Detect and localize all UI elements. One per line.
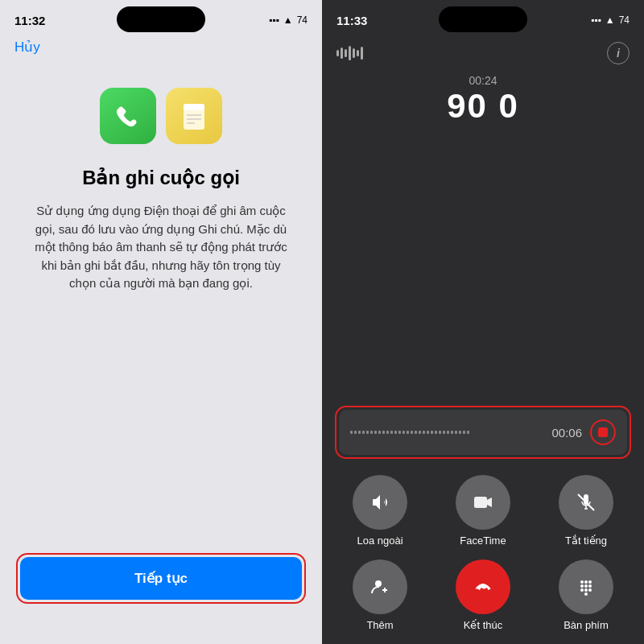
svg-rect-5	[474, 497, 487, 508]
svg-point-15	[584, 588, 588, 592]
notes-svg	[177, 99, 211, 133]
dynamic-island	[117, 6, 205, 32]
phone-svg	[111, 99, 145, 133]
svg-point-16	[588, 588, 592, 592]
facetime-btn-circle	[456, 475, 510, 530]
call-btn-keypad[interactable]: Bàn phím	[541, 559, 631, 631]
left-title: Bản ghi cuộc gọi	[82, 167, 240, 189]
wifi-icon: ▲	[283, 14, 293, 26]
end-label: Kết thúc	[464, 619, 502, 631]
cancel-button[interactable]: Hủy	[14, 39, 40, 56]
notes-app-icon	[166, 88, 222, 144]
left-cancel-bar: Hủy	[0, 35, 322, 64]
waveform-icon	[336, 46, 363, 60]
svg-point-10	[588, 580, 592, 584]
recording-bar-outer: // Generated inline below 00:06	[335, 406, 631, 459]
info-button[interactable]: i	[607, 42, 630, 64]
recording-stop-button[interactable]	[590, 419, 616, 445]
facetime-label: FaceTime	[460, 535, 506, 547]
call-btn-end[interactable]: Kết thúc	[438, 559, 528, 631]
call-btn-speaker[interactable]: Loa ngoài	[335, 475, 425, 547]
call-contact: 90 0	[322, 87, 644, 126]
right-dynamic-island	[439, 6, 527, 32]
add-btn-circle	[353, 559, 407, 614]
keypad-icon	[575, 576, 597, 598]
svg-point-12	[584, 584, 588, 588]
call-btn-facetime[interactable]: FaceTime	[438, 475, 528, 547]
continue-btn-outer: Tiếp tục	[16, 553, 306, 604]
speaker-btn-circle	[353, 475, 407, 530]
continue-btn-wrapper: Tiếp tục	[16, 553, 306, 604]
add-label: Thêm	[366, 619, 393, 631]
svg-point-14	[580, 588, 584, 592]
svg-point-9	[584, 580, 588, 584]
right-spacer	[322, 129, 644, 406]
mute-btn-circle	[559, 475, 613, 530]
stop-square-icon	[598, 427, 608, 437]
svg-point-11	[580, 584, 584, 588]
continue-button[interactable]: Tiếp tục	[20, 557, 302, 600]
left-description: Sử dụng ứng dụng Điện thoại để ghi âm cu…	[24, 202, 298, 293]
svg-point-8	[580, 580, 584, 584]
right-wifi-icon: ▲	[605, 14, 615, 26]
speaker-icon	[369, 491, 391, 514]
svg-point-17	[584, 592, 588, 596]
recording-waveform: // Generated inline below	[350, 424, 543, 440]
app-icons-row	[100, 88, 222, 144]
mute-icon	[575, 491, 597, 514]
keypad-label: Bàn phím	[564, 619, 609, 631]
call-buttons-grid: Loa ngoài FaceTime Tắt tiếng	[322, 459, 644, 644]
right-status-icons: ▪▪▪ ▲ 74	[591, 14, 630, 26]
left-panel: 11:32 ▪▪▪ ▲ 74 Hủy	[0, 0, 322, 644]
call-timer-sub: 00:24	[322, 74, 644, 87]
call-btn-mute[interactable]: Tắt tiếng	[541, 475, 631, 547]
phone-app-icon	[100, 88, 156, 144]
call-timer: 00:24 90 0	[322, 68, 644, 129]
recording-bar: // Generated inline below 00:06	[339, 410, 627, 455]
right-signal-icon: ▪▪▪	[591, 14, 601, 26]
add-person-icon	[369, 576, 391, 598]
signal-icon: ▪▪▪	[269, 14, 279, 26]
end-btn-circle	[456, 559, 510, 614]
facetime-icon	[472, 491, 494, 514]
right-panel: 11:33 ▪▪▪ ▲ 74 i 00:24 90 0 // Gener	[322, 0, 644, 644]
svg-point-13	[588, 584, 592, 588]
svg-point-7	[375, 580, 382, 587]
call-btn-add[interactable]: Thêm	[335, 559, 425, 631]
battery-icon: 74	[297, 14, 308, 26]
end-call-icon	[472, 576, 494, 598]
left-status-icons: ▪▪▪ ▲ 74	[269, 14, 308, 26]
right-battery-icon: 74	[619, 14, 630, 26]
keypad-btn-circle	[559, 559, 613, 614]
mute-label: Tắt tiếng	[565, 535, 607, 547]
right-top-bar: i	[322, 35, 644, 68]
svg-rect-1	[184, 104, 204, 110]
recording-time: 00:06	[551, 426, 582, 440]
speaker-label: Loa ngoài	[357, 535, 402, 547]
left-status-time: 11:32	[14, 14, 45, 27]
right-status-time: 11:33	[336, 14, 367, 27]
